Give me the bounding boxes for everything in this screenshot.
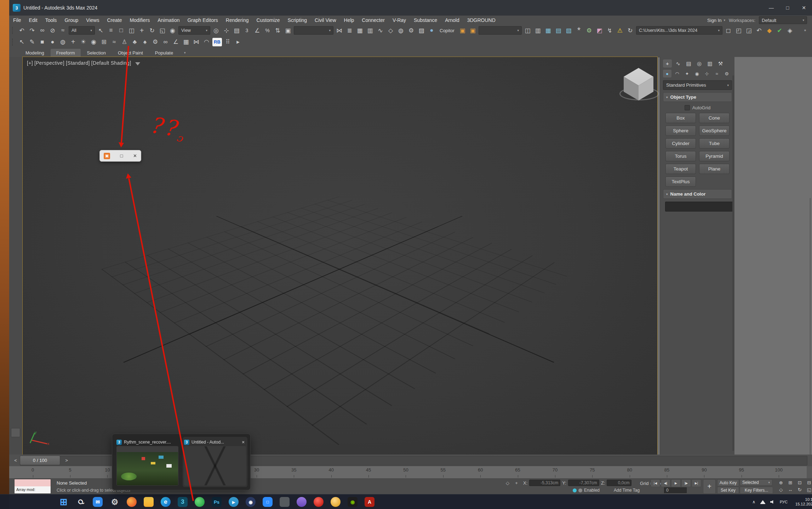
viewport-nav-icon[interactable]: ⊡ xyxy=(795,479,804,486)
toolbar-icon[interactable]: ∞ xyxy=(161,37,170,47)
viewport-label[interactable]: [+] [Perspective] [Standard] [Default Sh… xyxy=(27,60,131,66)
toolbar-icon[interactable]: ✎ xyxy=(27,37,37,47)
primitive-button[interactable]: Plane xyxy=(699,164,730,174)
toolbar-icon[interactable]: ▣ xyxy=(458,26,467,35)
ribbon-tab[interactable]: Modeling xyxy=(20,49,50,57)
toolbar-icon[interactable]: ≈ xyxy=(109,37,119,47)
taskbar-app-icon[interactable] xyxy=(278,495,292,509)
maxscript-mini-listener[interactable]: Array mod: xyxy=(14,479,51,494)
primitive-button[interactable]: Pyramid xyxy=(699,151,730,161)
command-panel-tab-icon[interactable]: ▤ xyxy=(684,59,693,68)
ribbon-tab[interactable]: Populate xyxy=(149,49,179,57)
taskbar-app-icon[interactable] xyxy=(193,495,207,509)
taskbar-app-icon[interactable]: A xyxy=(362,495,377,509)
taskbar-app-icon[interactable] xyxy=(311,495,326,509)
close-button[interactable]: ✕ xyxy=(133,153,137,158)
category-icon[interactable]: ⚙ xyxy=(722,70,731,77)
command-panel-tab-icon[interactable]: ∿ xyxy=(674,59,682,68)
menu-item[interactable]: Customize xyxy=(252,16,284,25)
selection-set-dropdown[interactable]: Selected ▾ xyxy=(740,479,772,486)
floating-tool-window[interactable]: ▣ □ ✕ xyxy=(99,150,141,162)
sign-in-button[interactable]: Sign In ▾ xyxy=(707,18,725,23)
menu-item[interactable]: File xyxy=(9,16,25,25)
toolbar-icon[interactable]: ▦ xyxy=(543,26,553,35)
maximize-button[interactable]: □ xyxy=(120,153,123,158)
maximize-button[interactable]: □ xyxy=(779,0,796,16)
preset-dropdown[interactable]: ▾ xyxy=(479,26,522,35)
toolbar-icon[interactable]: ↶ xyxy=(754,26,764,35)
add-time-tag[interactable]: Add Time Tag xyxy=(614,488,640,493)
taskbar-app-icon[interactable]: ⚙ xyxy=(108,495,122,509)
listener-macro-row[interactable] xyxy=(15,479,51,486)
toolbar-icon[interactable]: ● xyxy=(48,37,57,47)
toolbar-icon[interactable]: ● xyxy=(427,26,436,35)
taskbar-app-icon[interactable] xyxy=(295,495,309,509)
tray-chevron-icon[interactable]: ∧ xyxy=(752,499,755,504)
viewport-nav-icon[interactable]: ◇ xyxy=(777,486,785,493)
taskbar-app-icon[interactable]: ✉ xyxy=(91,495,105,509)
close-button[interactable]: ✕ xyxy=(796,0,812,16)
toolbar-icon[interactable]: + xyxy=(137,26,147,35)
taskbar-app-icon[interactable]: ◉ xyxy=(244,495,258,509)
rb-plugin-icon[interactable]: RB xyxy=(212,38,222,46)
taskbar-app-icon[interactable]: ◉ xyxy=(345,495,360,509)
toolbar-icon[interactable]: ≡ xyxy=(106,26,116,35)
toolbar-icon[interactable]: ◍ xyxy=(396,26,406,35)
toolbar-icon[interactable]: ↷ xyxy=(27,26,37,35)
wifi-icon[interactable] xyxy=(760,500,766,504)
menu-item[interactable]: Views xyxy=(82,16,103,25)
ribbon-tab[interactable]: Object Paint xyxy=(112,49,149,57)
viewport-layout-tab-button[interactable] xyxy=(11,428,20,437)
category-icon[interactable]: ≈ xyxy=(713,70,721,77)
toolbar-icon[interactable]: ⇅ xyxy=(273,26,282,35)
taskbar-app-icon[interactable] xyxy=(142,495,156,509)
toolbar-icon[interactable]: ▤ xyxy=(232,26,241,35)
toolbar-icon[interactable]: ◰ xyxy=(734,26,743,35)
primitives-dropdown[interactable]: Standard Primitives ▾ xyxy=(663,80,732,90)
viewcube[interactable] xyxy=(624,68,653,100)
toolbar-icon[interactable]: ◉ xyxy=(168,26,177,35)
toolbar-icon[interactable]: ⊞ xyxy=(99,37,109,47)
taskbar-app-icon[interactable] xyxy=(125,495,139,509)
panel-scrollbar[interactable] xyxy=(732,75,734,451)
menu-item[interactable]: V-Ray xyxy=(389,16,410,25)
listener-script-row[interactable]: Array mod: xyxy=(15,486,51,493)
toolbar-icon[interactable]: ⠿ xyxy=(223,37,233,47)
command-panel-tab-icon[interactable]: ▥ xyxy=(705,59,714,68)
toolbar-icon[interactable]: ▨ xyxy=(417,26,426,35)
autogrid-checkbox[interactable] xyxy=(685,105,690,110)
toolbar-icon[interactable]: ∠ xyxy=(252,26,262,35)
window-thumbnail[interactable] xyxy=(184,446,246,486)
command-panel-tab-icon[interactable]: ⚒ xyxy=(716,59,725,68)
menu-item[interactable]: Rendering xyxy=(222,16,253,25)
window-preview-card[interactable]: 3 Rythm_scene_recover.... xyxy=(115,437,180,487)
toolbar-icon[interactable]: ▧ xyxy=(564,26,573,35)
toolbar-icon[interactable]: ◆ xyxy=(765,26,774,35)
toolbar-icon[interactable]: ▸ xyxy=(233,37,243,47)
toolbar-icon[interactable]: ⋈ xyxy=(191,37,201,47)
set-key-button[interactable]: Set Key xyxy=(717,487,739,494)
toolbar-icon[interactable]: ◻ xyxy=(724,26,733,35)
set-keys-button[interactable]: + xyxy=(703,479,716,494)
window-thumbnail[interactable] xyxy=(116,446,178,486)
command-panel-tab-icon[interactable]: ◎ xyxy=(695,59,704,68)
primitive-button[interactable]: TextPlus xyxy=(665,177,696,187)
primitive-button[interactable]: Sphere xyxy=(665,126,696,136)
primitive-button[interactable]: Cone xyxy=(699,113,730,123)
transport-button[interactable]: ◀| xyxy=(661,479,670,487)
toolbar-icon[interactable]: ◩ xyxy=(595,26,604,35)
muted-toggle-icon[interactable] xyxy=(578,488,582,492)
menu-item[interactable]: Scripting xyxy=(284,16,311,25)
primitive-button[interactable]: Torus xyxy=(665,151,696,161)
object-name-input[interactable] xyxy=(665,202,733,212)
menu-item[interactable]: Substance xyxy=(410,16,441,25)
transport-button[interactable]: |◀ xyxy=(651,479,660,487)
selection-filter-dropdown[interactable]: All ▾ xyxy=(69,26,95,35)
category-icon[interactable]: ● xyxy=(663,70,671,77)
menu-item[interactable]: Modifiers xyxy=(126,16,154,25)
object-type-rollout-header[interactable]: ▾ Object Type xyxy=(663,92,732,102)
close-icon[interactable]: ✕ xyxy=(240,439,246,445)
toolbar-icon[interactable]: ∿ xyxy=(376,26,385,35)
viewport-nav-icon[interactable]: ⊟ xyxy=(805,479,812,486)
toolbar-icon[interactable]: ▦ xyxy=(355,26,365,35)
